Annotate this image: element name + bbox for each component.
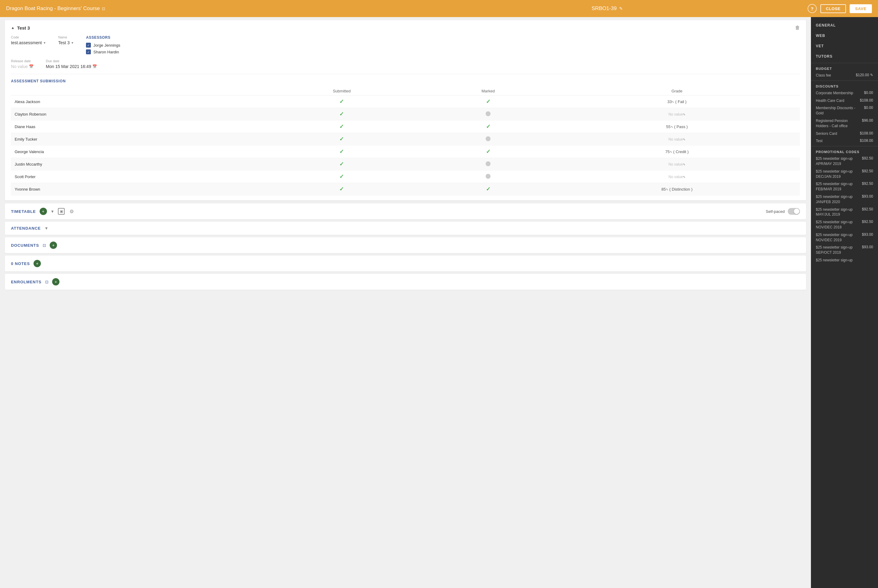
close-button[interactable]: CLOSE xyxy=(820,4,846,13)
submitted-cell: ✓ xyxy=(261,120,423,133)
table-row: Scott Porter✓No value✎ xyxy=(11,171,800,183)
course-code-edit-icon[interactable]: ✎ xyxy=(619,6,623,11)
grade-edit-icon[interactable]: ✎ xyxy=(683,138,685,141)
submitted-check-icon: ✓ xyxy=(339,123,344,130)
class-fee-item: Class fee $120.00 ✎ xyxy=(811,72,878,79)
discount-label: Corporate Membership xyxy=(816,91,862,96)
submitted-cell: ✓ xyxy=(261,146,423,158)
documents-section: DOCUMENTS ⊡ + xyxy=(5,237,806,253)
grade-edit-icon[interactable]: ✎ xyxy=(671,100,674,104)
enrolments-section: ENROLMENTS ⊡ + xyxy=(5,274,806,290)
grade-cell: No value✎ xyxy=(554,158,800,171)
notes-title: 0 NOTES xyxy=(11,261,30,266)
promo-label: $25 newsletter sign-up SEP/OCT 2019 xyxy=(816,245,859,255)
attendance-chevron-icon[interactable]: ▼ xyxy=(45,226,48,231)
self-paced-row: Self-paced xyxy=(766,208,800,215)
delete-icon[interactable]: 🗑 xyxy=(795,25,800,30)
documents-add-button[interactable]: + xyxy=(50,242,57,249)
name-label: Name xyxy=(58,35,74,39)
submission-table: Submitted Marked Grade Alexa Jackson✓✓33… xyxy=(11,87,800,195)
promo-item: $25 newsletter sign-up NOV/DEC 2019$93.0… xyxy=(811,231,878,244)
card-title-text: Test 3 xyxy=(17,26,30,30)
code-dropdown-icon[interactable]: ▼ xyxy=(43,41,46,45)
timetable-section: TIMETABLE + ▼ ▣ ⚙ Self-paced xyxy=(5,203,806,219)
code-value: test.assessment ▼ xyxy=(11,40,46,45)
promo-label: $25 newsletter sign-up NOV/DEC 2019 xyxy=(816,232,859,243)
external-link-icon[interactable]: ⊡ xyxy=(102,6,105,11)
documents-ext-icon[interactable]: ⊡ xyxy=(43,243,46,248)
name-field: Name Test 3 ▼ xyxy=(58,35,74,54)
main-layout: ▲ Test 3 🗑 Code test.assessment ▼ Name T… xyxy=(0,17,878,588)
table-row: Diane Haas✓✓55✎ ( Pass ) xyxy=(11,120,800,133)
header-actions: ? CLOSE SAVE xyxy=(808,4,872,13)
release-date-label: Release date xyxy=(11,59,33,63)
name-dropdown-icon[interactable]: ▼ xyxy=(71,41,74,45)
save-button[interactable]: SAVE xyxy=(850,4,872,13)
grade-edit-icon[interactable]: ✎ xyxy=(683,176,685,179)
marked-cell: ✓ xyxy=(422,183,554,195)
card-title: ▲ Test 3 xyxy=(11,26,30,30)
promo-value: $93.00 xyxy=(862,194,873,198)
marked-cell: ✓ xyxy=(422,146,554,158)
self-paced-toggle[interactable] xyxy=(788,208,800,215)
timetable-title: TIMETABLE xyxy=(11,209,36,214)
timetable-grid-icon[interactable]: ▣ xyxy=(58,208,64,215)
grade-edit-icon[interactable]: ✎ xyxy=(670,150,672,154)
timetable-add-button[interactable]: + xyxy=(40,208,47,215)
timetable-chevron-icon[interactable]: ▼ xyxy=(51,209,55,214)
marked-check-icon: ✓ xyxy=(486,148,490,154)
release-date-calendar-icon[interactable]: 📅 xyxy=(29,64,33,69)
notes-section: 0 NOTES + xyxy=(5,256,806,272)
promos-list: $25 newsletter sign-up APR/MAY 2019$92.5… xyxy=(811,155,878,264)
timetable-gear-icon[interactable]: ⚙ xyxy=(68,208,75,215)
sidebar-item-tutors[interactable]: TUTORS xyxy=(811,51,878,62)
marked-check-icon: ✓ xyxy=(486,123,490,130)
sidebar: GENERAL WEB VET TUTORS BUDGET Class fee … xyxy=(811,17,878,588)
sidebar-item-vet[interactable]: VET xyxy=(811,41,878,51)
discount-label: Membership Discounts - Gold xyxy=(816,105,862,116)
grade-cell: 55✎ ( Pass ) xyxy=(554,120,800,133)
promo-value: $92.50 xyxy=(862,220,873,224)
assessor-2-checkbox[interactable]: ✓ xyxy=(86,50,91,54)
marked-cell xyxy=(422,158,554,171)
grade-no-value: No value✎ xyxy=(668,162,685,166)
grade-label: ( Fail ) xyxy=(675,99,686,104)
header-title: Dragon Boat Racing - Beginners' Course ⊡ xyxy=(6,6,407,12)
assessor-1-name: Jorge Jennings xyxy=(93,43,120,48)
discount-label: Registered Pension Holders - Call office xyxy=(816,118,859,129)
promo-value: $93.00 xyxy=(862,245,873,249)
attendance-section: ATTENDANCE ▼ xyxy=(5,222,806,235)
grade-label: ( Distinction ) xyxy=(670,187,693,192)
due-date-value: Mon 15 Mar 2021 16:49 📅 xyxy=(46,64,97,69)
assessor-2-name: Sharon Hardin xyxy=(93,50,119,54)
discount-value: $108.00 xyxy=(860,138,873,143)
enrolments-add-button[interactable]: + xyxy=(52,278,60,285)
promo-value: $92.50 xyxy=(862,182,873,186)
sidebar-item-web[interactable]: WEB xyxy=(811,30,878,41)
release-date-field: Release date No value 📅 xyxy=(11,59,33,69)
class-fee-value: $120.00 ✎ xyxy=(856,73,873,77)
collapse-icon[interactable]: ▲ xyxy=(11,26,15,30)
discount-value: $96.00 xyxy=(862,118,873,123)
grade-edit-icon[interactable]: ✎ xyxy=(683,163,685,166)
help-button[interactable]: ? xyxy=(808,4,817,13)
main-content: ▲ Test 3 🗑 Code test.assessment ▼ Name T… xyxy=(0,17,811,588)
grade-edit-icon[interactable]: ✎ xyxy=(683,113,685,116)
name-value: Test 3 ▼ xyxy=(58,40,74,45)
enrolments-title: ENROLMENTS xyxy=(11,280,42,284)
submitted-check-icon: ✓ xyxy=(339,161,344,167)
promo-value: $93.00 xyxy=(862,232,873,237)
sidebar-item-general[interactable]: GENERAL xyxy=(811,20,878,30)
grade-label: ( Pass ) xyxy=(674,124,688,129)
submission-section-title: ASSESSMENT SUBMISSION xyxy=(11,79,800,83)
notes-add-button[interactable]: + xyxy=(33,260,41,267)
grade-edit-icon[interactable]: ✎ xyxy=(671,125,673,129)
enrolments-ext-icon[interactable]: ⊡ xyxy=(45,280,48,284)
grade-edit-icon[interactable]: ✎ xyxy=(666,188,668,191)
col-name xyxy=(11,87,261,96)
promo-label: $25 newsletter sign-up DEC/JAN 2019 xyxy=(816,169,859,179)
due-date-calendar-icon[interactable]: 📅 xyxy=(92,64,97,69)
class-fee-label: Class fee xyxy=(816,73,853,78)
discount-item: Health Care Card$108.00 xyxy=(811,97,878,105)
assessor-1-checkbox[interactable]: ✓ xyxy=(86,43,91,48)
